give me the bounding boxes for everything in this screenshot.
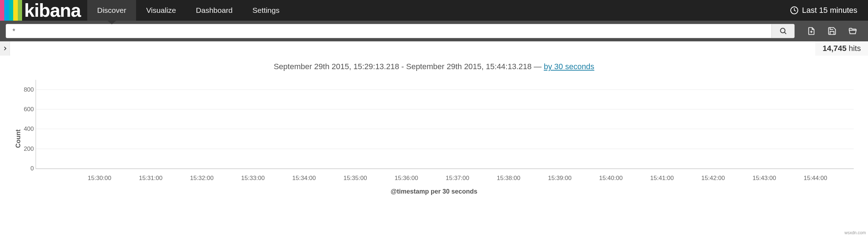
x-axis-label: @timestamp per 30 seconds bbox=[11, 188, 857, 195]
interval-link[interactable]: by 30 seconds bbox=[544, 62, 594, 71]
y-tick: 800 bbox=[18, 86, 34, 93]
save-search-button[interactable] bbox=[827, 26, 837, 36]
nav-items: Discover Visualize Dashboard Settings bbox=[87, 0, 290, 21]
x-axis: 15:30:0015:31:0015:32:0015:33:0015:34:00… bbox=[36, 173, 854, 183]
x-tick: 15:32:00 bbox=[190, 175, 213, 182]
x-tick: 15:35:00 bbox=[343, 175, 367, 182]
x-tick: 15:41:00 bbox=[650, 175, 674, 182]
x-tick: 15:37:00 bbox=[446, 175, 469, 182]
y-tick: 0 bbox=[18, 165, 34, 172]
nav-label: Discover bbox=[97, 6, 126, 15]
x-tick: 15:43:00 bbox=[753, 175, 776, 182]
x-tick: 15:31:00 bbox=[139, 175, 162, 182]
svg-line-2 bbox=[784, 32, 786, 34]
brand-text: kibana bbox=[24, 0, 81, 21]
hits-bar: 14,745 hits bbox=[0, 41, 868, 56]
x-tick: 15:33:00 bbox=[241, 175, 265, 182]
search-input[interactable] bbox=[6, 24, 771, 38]
hits-count: 14,745 hits bbox=[815, 41, 868, 56]
x-tick: 15:40:00 bbox=[599, 175, 623, 182]
x-tick: 15:39:00 bbox=[548, 175, 571, 182]
save-icon bbox=[827, 26, 837, 36]
nav-label: Dashboard bbox=[196, 6, 233, 15]
clock-icon bbox=[790, 6, 799, 15]
nav-label: Settings bbox=[253, 6, 280, 15]
x-tick: 15:36:00 bbox=[395, 175, 418, 182]
time-picker[interactable]: Last 15 minutes bbox=[779, 0, 868, 21]
hits-number: 14,745 bbox=[822, 44, 846, 53]
nav-discover[interactable]: Discover bbox=[87, 0, 136, 21]
search-submit-button[interactable] bbox=[771, 24, 794, 38]
search-box bbox=[6, 24, 795, 38]
footer-credit: wsxdn.com bbox=[844, 230, 866, 235]
search-toolbar bbox=[0, 21, 868, 41]
y-tick: 400 bbox=[18, 125, 34, 133]
time-picker-label: Last 15 minutes bbox=[802, 6, 857, 15]
nav-dashboard[interactable]: Dashboard bbox=[186, 0, 243, 21]
histogram-chart: Count 0200400600800 15:30:0015:31:0015:3… bbox=[11, 80, 857, 197]
x-tick: 15:44:00 bbox=[804, 175, 827, 182]
search-icon bbox=[779, 27, 787, 35]
top-nav: kibana Discover Visualize Dashboard Sett… bbox=[0, 0, 868, 21]
y-tick: 200 bbox=[18, 145, 34, 153]
x-tick: 15:38:00 bbox=[497, 175, 520, 182]
nav-visualize[interactable]: Visualize bbox=[136, 0, 186, 21]
x-tick: 15:30:00 bbox=[88, 175, 111, 182]
plot-area[interactable]: 0200400600800 bbox=[36, 80, 854, 169]
x-tick: 15:42:00 bbox=[701, 175, 725, 182]
new-search-button[interactable] bbox=[807, 26, 816, 36]
chart-range-title: September 29th 2015, 15:29:13.218 - Sept… bbox=[0, 56, 868, 76]
x-tick: 15:34:00 bbox=[292, 175, 316, 182]
open-search-button[interactable] bbox=[848, 26, 857, 36]
brand-logo: kibana bbox=[0, 0, 87, 21]
nav-settings[interactable]: Settings bbox=[243, 0, 290, 21]
nav-label: Visualize bbox=[146, 6, 176, 15]
chevron-right-icon bbox=[2, 46, 8, 51]
logo-stripes-icon bbox=[0, 0, 22, 21]
expand-sidebar-button[interactable] bbox=[0, 41, 10, 56]
svg-point-1 bbox=[780, 28, 785, 33]
hits-label: hits bbox=[849, 44, 861, 53]
folder-open-icon bbox=[848, 26, 857, 36]
file-plus-icon bbox=[807, 26, 816, 36]
toolbar-actions bbox=[799, 26, 862, 36]
y-tick: 600 bbox=[18, 106, 34, 113]
chart-range-text: September 29th 2015, 15:29:13.218 - Sept… bbox=[274, 62, 544, 71]
